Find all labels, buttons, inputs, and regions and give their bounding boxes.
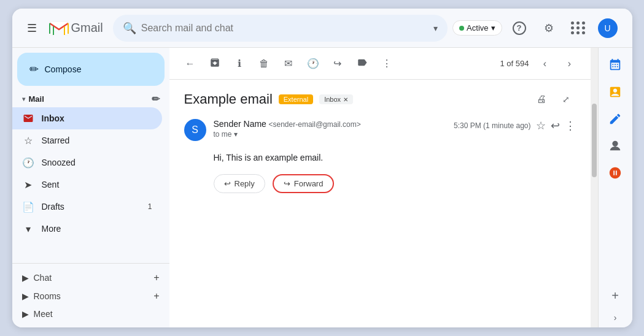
star-button[interactable]: ☆ [536,119,546,132]
menu-button[interactable]: ☰ [20,16,44,40]
mail-section-arrow: ▾ [22,96,25,102]
sidebar-item-more[interactable]: ▾ More [12,218,162,240]
move-button[interactable]: ↪ [327,53,349,75]
reply-button[interactable]: ↩ Reply [214,174,265,193]
active-status[interactable]: Active ▾ [452,20,502,36]
email-timestamp: 5:30 PM (1 minute ago) [454,121,530,130]
email-toolbar: ← ℹ 🗑 ✉ 🕐 [169,48,591,80]
report-button[interactable]: ℹ [228,53,250,75]
tag-inbox[interactable]: Inbox ✕ [319,94,353,104]
compose-pencil-icon[interactable]: ✏ [152,93,160,105]
print-icon: 🖨 [537,94,546,105]
snooze-button[interactable]: 🕐 [302,53,324,75]
search-input[interactable] [141,23,429,34]
reply-icon-button[interactable]: ↩ [551,119,560,132]
settings-icon: ⚙ [544,21,554,35]
tag-inbox-remove[interactable]: ✕ [343,96,348,103]
svg-point-1 [612,141,618,147]
starred-label: Starred [42,136,70,145]
email-actions-top: 🖨 ⤢ [532,90,576,109]
sender-email: <sender-email@gmail.com> [269,120,361,129]
right-panel-chevron[interactable]: › [614,313,617,323]
active-dot [459,26,464,31]
labels-button[interactable] [351,53,373,75]
rooms-add-icon[interactable]: + [153,291,159,302]
forward-label: Forward [294,179,324,188]
right-panel-contacts[interactable] [603,107,627,131]
mark-unread-button[interactable]: ✉ [277,53,300,75]
active-label: Active [467,23,488,32]
compose-icon: ✏ [29,63,39,76]
reply-icon: ↩ [224,179,231,188]
sidebar: ✏ Compose ▾ Mail ✏ Inbox ☆ Starred 🕐 [12,48,169,327]
sender-info: Sender Name <sender-email@gmail.com> to … [214,119,454,139]
more-actions-button[interactable]: ⋮ [376,53,398,75]
sidebar-bottom: ▶ Chat + ▶ Rooms + ▶ Meet [12,263,169,323]
scrollbar[interactable] [591,48,598,327]
sidebar-item-rooms[interactable]: ▶ Rooms + [12,287,169,305]
sidebar-item-drafts[interactable]: 📄 Drafts 1 [12,196,162,218]
to-me-dropdown[interactable]: ▾ [234,130,238,139]
search-bar[interactable]: 🔍 ▾ [113,15,448,42]
user-avatar[interactable]: U [598,18,618,38]
right-panel-calendar[interactable] [603,53,627,77]
help-button[interactable]: ? [507,16,532,40]
sender-row: S Sender Name <sender-email@gmail.com> t… [184,119,576,141]
inbox-icon [22,113,34,124]
gmail-title: Gmail [71,21,103,35]
print-button[interactable]: 🖨 [532,90,551,109]
sidebar-item-sent[interactable]: ➤ Sent [12,174,162,196]
active-dropdown-icon: ▾ [491,23,495,32]
email-subject: Example email [184,91,273,107]
search-dropdown-icon[interactable]: ▾ [433,23,438,33]
archive-button[interactable] [204,53,226,75]
sidebar-item-meet[interactable]: ▶ Meet [12,305,169,323]
email-subject-row: Example email External Inbox ✕ 🖨 ⤢ [184,90,576,109]
archive-icon [209,57,220,71]
right-panel-tasks[interactable] [603,80,627,104]
back-button[interactable]: ← [179,53,201,75]
forward-button[interactable]: ↪ Forward [273,174,335,193]
email-more-button[interactable]: ⋮ [565,119,576,132]
rooms-label: Rooms [34,291,61,301]
sent-label: Sent [42,180,60,189]
meet-arrow-icon: ▶ [22,309,29,319]
right-panel: + › [598,48,632,327]
chat-add-icon[interactable]: + [153,272,159,283]
prev-icon: ‹ [543,58,546,69]
more-icon: ▾ [22,223,34,235]
meet-label: Meet [34,309,53,319]
tag-inbox-label: Inbox [324,96,341,103]
sidebar-item-inbox[interactable]: Inbox [12,107,162,129]
more-label: More [42,224,61,234]
popup-button[interactable]: ⤢ [556,90,576,109]
next-icon: › [568,58,571,69]
starred-icon: ☆ [22,135,34,147]
reply-label: Reply [235,179,255,188]
nav-arrows: ‹ › [534,53,581,75]
email-action-buttons: ↩ Reply ↪ Forward [184,174,576,205]
info-icon: ℹ [238,58,241,69]
chat-arrow-icon: ▶ [22,273,29,283]
settings-button[interactable]: ⚙ [537,16,561,40]
compose-button[interactable]: ✏ Compose [17,53,165,86]
right-panel-hook[interactable] [603,161,627,185]
next-email-button[interactable]: › [559,53,581,75]
email-view: Example email External Inbox ✕ 🖨 ⤢ [169,80,591,327]
compose-label: Compose [45,64,82,74]
apps-button[interactable] [566,16,591,40]
clock-icon: 🕐 [307,58,319,69]
rooms-arrow-icon: ▶ [22,291,29,301]
search-icon: 🔍 [123,21,136,35]
right-panel-add-button[interactable]: + [603,283,627,308]
sidebar-item-snoozed[interactable]: 🕐 Snoozed [12,151,162,174]
delete-button[interactable]: 🗑 [253,53,275,75]
right-panel-keep[interactable] [603,134,627,158]
inbox-label: Inbox [42,113,64,123]
prev-email-button[interactable]: ‹ [534,53,556,75]
mail-icon: ✉ [284,58,292,69]
drafts-count: 1 [148,202,152,211]
sidebar-item-starred[interactable]: ☆ Starred [12,129,162,151]
sent-icon: ➤ [22,179,34,191]
sidebar-item-chat[interactable]: ▶ Chat + [12,269,169,287]
